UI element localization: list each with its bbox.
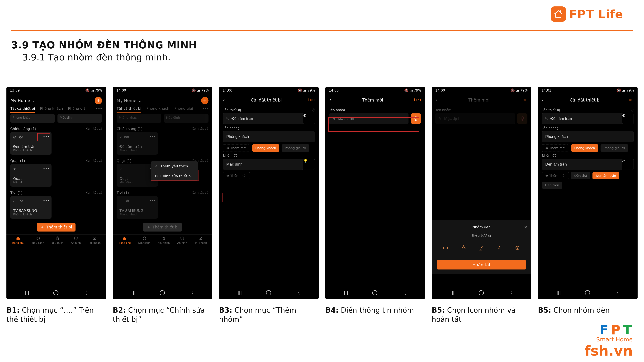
room-chip-add[interactable]: ⊕Thêm mới <box>223 144 250 152</box>
tabs-more-icon[interactable]: ••• <box>96 106 102 113</box>
menu-edit-device[interactable]: ⚙ Chỉnh sửa thiết bị <box>151 171 198 181</box>
android-nav[interactable]: III〈 <box>113 287 212 299</box>
group-chip-2[interactable]: Đèn âm trần <box>592 172 619 179</box>
home-selector[interactable]: My Home ⌄ <box>116 98 142 103</box>
nav-security[interactable]: An ninh <box>71 236 81 244</box>
battery-text: 79% <box>95 88 102 92</box>
add-button[interactable]: ＋ <box>95 97 102 104</box>
light-icon-pendant[interactable] <box>458 243 469 253</box>
group-chip-1[interactable]: Đèn thả <box>571 172 590 179</box>
room-tabs[interactable]: Tất cả thiết bị Phòng khách Phòng giải •… <box>6 105 106 113</box>
menu-add-favorite[interactable]: ☆ Thêm yêu thích <box>151 161 198 171</box>
bulb-icon[interactable]: 💡 <box>303 159 315 170</box>
nav-home[interactable]: Trang chủ <box>12 236 24 244</box>
group-input[interactable] <box>226 162 303 167</box>
group-field[interactable] <box>542 159 622 170</box>
brightness-icon[interactable]: ◐ <box>303 113 315 124</box>
nav-fav[interactable]: Yêu thích <box>52 236 64 244</box>
android-nav[interactable]: III〈 <box>219 287 318 299</box>
power-icon[interactable]: ⏻ <box>312 108 315 112</box>
room-chip-1[interactable]: Phòng khách <box>571 144 598 152</box>
group-name-input[interactable] <box>338 116 408 121</box>
home-icon[interactable] <box>53 290 58 295</box>
group-chip-add[interactable]: ⊕Thêm mới <box>542 172 569 179</box>
device-name-field[interactable]: ✎ <box>542 113 622 124</box>
device-more-button[interactable]: ••• <box>43 134 49 138</box>
see-all-link[interactable]: Xem tất cả <box>86 159 102 163</box>
clock: 14:00 <box>223 88 232 92</box>
svg-point-2 <box>94 237 95 238</box>
device-name-field[interactable]: ✎ <box>223 113 303 124</box>
group-icon-preview[interactable]: ⬭ <box>622 159 634 170</box>
add-button[interactable]: ＋ <box>201 97 208 104</box>
clock: 13:59 <box>10 88 20 92</box>
device-card-fan[interactable]: ✣ ••• Quạt Mặc định <box>10 164 52 187</box>
close-icon[interactable]: ✕ <box>524 225 528 230</box>
section-subheading: 3.9.1 Tạo nhòm đèn thông minh. <box>11 52 197 62</box>
see-all-link[interactable]: Xem tất cả <box>86 191 102 195</box>
device-name-input[interactable] <box>231 116 303 121</box>
group-name-field[interactable]: ✎ <box>329 113 408 124</box>
room-chip-2[interactable]: Phòng giải trí <box>600 144 628 152</box>
back-button[interactable]: ‹ <box>542 97 544 103</box>
light-icon-spot[interactable] <box>512 243 522 253</box>
group-chip-3[interactable]: Đèn tròn <box>542 182 562 189</box>
screen-title: Cài đặt thiết bị <box>251 98 282 102</box>
room-chip-1[interactable]: Phòng khách <box>252 144 279 152</box>
save-button[interactable]: Lưu <box>308 98 315 102</box>
fan-icon: ✣ <box>13 167 16 171</box>
bottom-nav[interactable]: Trang chủ Ngữ cảnh Yêu thích An ninh Tài… <box>6 234 106 245</box>
android-nav[interactable]: III 〈 <box>6 287 106 299</box>
light-icon-desklamp[interactable] <box>476 243 486 253</box>
room-field[interactable] <box>542 131 634 142</box>
nav-scene[interactable]: Ngữ cảnh <box>32 236 44 244</box>
room-field[interactable] <box>223 131 315 142</box>
recents-icon[interactable]: III <box>25 290 29 296</box>
light-icon-wall[interactable] <box>494 243 504 253</box>
context-menu[interactable]: ☆ Thêm yêu thích ⚙ Chỉnh sửa thiết bị <box>151 161 198 181</box>
label-group: Nhóm đèn <box>223 154 240 157</box>
home-selector[interactable]: My Home ⌄ <box>10 98 35 103</box>
step-5: 14:00 🔇79% ‹ Thêm mới Lưu Tên nhóm ✎ <box>432 87 531 324</box>
device-more-button[interactable]: ••• <box>43 166 49 170</box>
device-card-tv[interactable]: ▭Tắt ••• TV SAMSUNG Phòng khách <box>10 196 52 219</box>
see-all-link[interactable]: Xem tất cả <box>86 127 102 131</box>
device-more-button[interactable]: ••• <box>43 198 49 202</box>
power-icon[interactable]: ⏻ <box>630 108 634 112</box>
group-chip-row: ⊕Thêm mới <box>219 170 318 179</box>
save-button[interactable]: Lưu <box>414 98 421 102</box>
room-chip-2[interactable]: Phòng giải trí <box>282 144 310 152</box>
group-chip-add[interactable]: ⊕Thêm mới <box>223 172 250 179</box>
mini-card[interactable]: Mặc định <box>58 114 102 123</box>
chevron-down-icon: ⌄ <box>32 98 35 103</box>
add-device-button[interactable]: ＋Thêm thiết bị <box>37 223 76 232</box>
mini-card[interactable]: Phòng khách <box>10 114 55 123</box>
light-icon-downlight[interactable] <box>440 243 451 253</box>
mute-icon: 🔇 <box>192 88 196 92</box>
room-chip-add[interactable]: ⊕Thêm mới <box>542 144 569 152</box>
done-button[interactable]: Hoàn tất <box>437 260 526 270</box>
device-card-light[interactable]: ◎Bật ••• Đèn âm trần Phòng khách <box>10 132 52 155</box>
back-button[interactable]: ‹ <box>329 97 331 103</box>
save-button[interactable]: Lưu <box>626 98 634 102</box>
back-button[interactable]: ‹ <box>436 97 438 103</box>
icon-chooser-sheet[interactable]: Nhóm đèn ✕ Biểu tượng Hoàn tất <box>432 220 531 274</box>
device-state: Bật <box>18 135 23 139</box>
back-button[interactable]: ‹ <box>223 97 225 103</box>
save-button[interactable]: Lưu <box>520 98 528 102</box>
group-field[interactable] <box>223 159 303 170</box>
android-nav[interactable]: III〈 <box>432 287 531 299</box>
nav-account[interactable]: Tài khoản <box>88 236 100 244</box>
android-nav[interactable]: III〈 <box>326 287 425 299</box>
tab-room-2[interactable]: Phòng giải <box>68 106 86 113</box>
tab-all[interactable]: Tất cả thiết bị <box>10 106 35 113</box>
room-input[interactable] <box>226 134 314 139</box>
android-nav[interactable]: III〈 <box>538 287 638 299</box>
label-group-name: Tên nhóm <box>329 108 345 112</box>
step-caption: B3: Chọn mục “Thêm nhóm” <box>219 306 318 324</box>
group-icon-button[interactable] <box>411 113 421 124</box>
brightness-icon[interactable]: ◐ <box>622 113 634 124</box>
back-icon[interactable]: 〈 <box>82 290 88 296</box>
device-room: Phòng khách <box>13 213 48 216</box>
tab-room-1[interactable]: Phòng khách <box>40 106 63 113</box>
